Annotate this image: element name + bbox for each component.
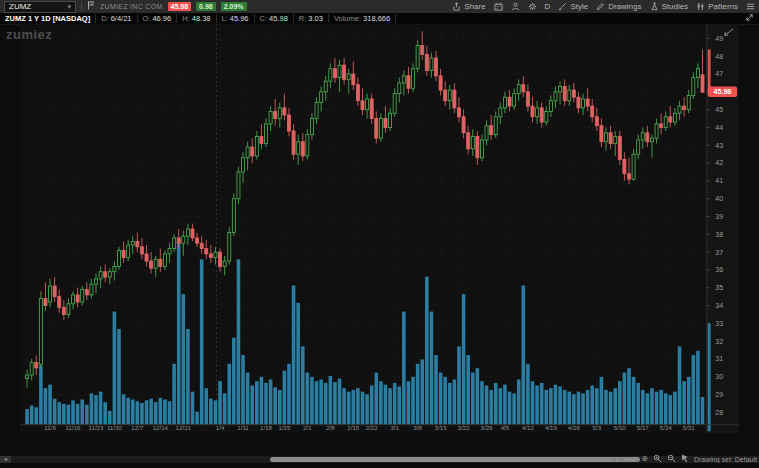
gear-icon[interactable]	[528, 2, 537, 11]
svg-text:5/10: 5/10	[614, 424, 627, 431]
svg-text:45: 45	[715, 106, 723, 114]
info-field: D:6/4/21	[96, 14, 137, 23]
svg-text:5/3: 5/3	[593, 424, 602, 431]
svg-text:28: 28	[715, 409, 723, 417]
svg-text:44: 44	[715, 124, 723, 132]
change-pct-badge: 2.09%	[221, 2, 247, 11]
svg-text:35: 35	[715, 284, 723, 292]
reset-view-icon[interactable]: ⊕	[641, 455, 648, 463]
volume-range-bar	[708, 323, 711, 431]
patterns-label: Patterns	[708, 2, 738, 11]
svg-text:12/21: 12/21	[176, 424, 192, 431]
ohlc-fields: D:6/4/21O:46.96H:48.38L:45.96C:45.98R:3.…	[96, 14, 396, 23]
svg-text:3/1: 3/1	[390, 424, 399, 431]
svg-text:45.98: 45.98	[714, 88, 732, 96]
patterns-button[interactable]: Patterns	[696, 2, 738, 11]
svg-text:3/15: 3/15	[435, 424, 448, 431]
info-field: C:45.98	[255, 14, 294, 23]
svg-text:30: 30	[715, 373, 723, 381]
drawings-label: Drawings	[608, 2, 641, 11]
studies-label: Studies	[662, 2, 689, 11]
svg-text:3/22: 3/22	[458, 424, 471, 431]
day-range-bar	[708, 49, 711, 92]
divider	[81, 2, 82, 11]
svg-text:31: 31	[715, 355, 723, 363]
flag-icon[interactable]	[87, 1, 95, 12]
svg-text:1/25: 1/25	[278, 424, 291, 431]
svg-text:5/31: 5/31	[683, 424, 696, 431]
info-field: H:48.38	[177, 14, 216, 23]
svg-text:32: 32	[715, 338, 723, 346]
svg-text:1/11: 1/11	[237, 424, 249, 431]
symbol-tab-label: ZUMZ	[9, 2, 31, 11]
chevron-down-icon: ▾	[67, 3, 71, 10]
calendar-icon[interactable]	[494, 2, 503, 11]
symbol-tab[interactable]: ZUMZ ▾	[4, 1, 76, 13]
horizontal-fit-icon[interactable]: ↔	[628, 455, 636, 463]
share-label: Share	[464, 2, 485, 11]
svg-text:4/12: 4/12	[522, 424, 535, 431]
info-field: O:46.96	[138, 14, 178, 23]
info-field: R:3.03	[294, 14, 329, 23]
style-label: Style	[570, 2, 588, 11]
svg-text:12/7: 12/7	[131, 424, 144, 431]
svg-text:1/4: 1/4	[216, 424, 225, 431]
svg-text:4/26: 4/26	[568, 424, 581, 431]
svg-text:42: 42	[715, 159, 723, 167]
company-name: ZUMIEZ INC COM	[100, 3, 163, 10]
svg-text:3/8: 3/8	[413, 424, 422, 431]
pan-left-icon[interactable]: ◂	[612, 456, 615, 462]
charting-app: ZUMZ ▾ ZUMIEZ INC COM 45.98 0.98 2.09% S…	[0, 0, 759, 468]
studies-button[interactable]: Studies	[650, 2, 689, 11]
toolbar-right: Share D Style Drawings	[452, 2, 755, 11]
svg-text:48: 48	[715, 53, 723, 61]
svg-text:5/17: 5/17	[637, 424, 650, 431]
price-axis-label: 45.98	[708, 87, 737, 97]
chart-scrollbar[interactable]: ◂ ◂ ▸ ↔ ⊕ Drawing set: Default	[0, 456, 759, 463]
period-selector[interactable]: D	[545, 2, 551, 11]
svg-text:11/9: 11/9	[44, 424, 56, 431]
scroll-left-button[interactable]: ◂	[0, 456, 11, 463]
svg-text:5/24: 5/24	[660, 424, 673, 431]
svg-text:43: 43	[715, 142, 723, 150]
svg-text:1/18: 1/18	[260, 424, 273, 431]
pan-right-icon[interactable]: ▸	[620, 456, 623, 462]
change-badge: 0.98	[196, 2, 216, 11]
svg-text:38: 38	[715, 231, 723, 239]
svg-text:49: 49	[715, 35, 723, 43]
panel-list-icon[interactable]	[746, 2, 755, 11]
period-label: D	[545, 2, 551, 11]
svg-text:11/23: 11/23	[89, 424, 104, 431]
user-icon[interactable]	[511, 2, 520, 11]
chart-title: ZUMZ 1 Y 1D [NASDAQ]	[3, 14, 96, 23]
scrollbar-thumb[interactable]	[270, 457, 640, 462]
drawing-set-label: Drawing set: Default	[694, 456, 757, 463]
svg-text:4/5: 4/5	[501, 424, 510, 431]
svg-text:50: 50	[715, 24, 723, 25]
svg-text:47: 47	[715, 70, 723, 78]
svg-text:29: 29	[715, 391, 723, 399]
svg-text:41: 41	[715, 177, 723, 185]
info-field: L:45.96	[217, 14, 255, 23]
svg-text:11/16: 11/16	[66, 424, 81, 431]
svg-text:2/1: 2/1	[303, 424, 312, 431]
share-button[interactable]: Share	[452, 2, 485, 11]
svg-text:4/19: 4/19	[545, 424, 558, 431]
bottom-strip	[0, 463, 759, 468]
svg-text:33: 33	[715, 320, 723, 328]
svg-text:36: 36	[715, 266, 723, 274]
style-button[interactable]: Style	[558, 2, 588, 11]
svg-text:34: 34	[715, 302, 723, 310]
drawings-button[interactable]: Drawings	[596, 2, 641, 11]
info-field: Volume:318,666	[329, 14, 396, 23]
svg-text:2/22: 2/22	[366, 424, 379, 431]
svg-text:12/14: 12/14	[153, 424, 169, 431]
expand-icon[interactable]	[745, 13, 754, 24]
svg-text:2/8: 2/8	[326, 424, 335, 431]
top-toolbar: ZUMZ ▾ ZUMIEZ INC COM 45.98 0.98 2.09% S…	[0, 0, 759, 14]
svg-text:2/15: 2/15	[347, 424, 360, 431]
svg-text:40: 40	[715, 195, 723, 203]
svg-text:11/30: 11/30	[107, 424, 122, 431]
svg-text:37: 37	[715, 249, 723, 257]
candlestick-chart[interactable]: 5049484746454443424140393837363534333231…	[0, 24, 759, 456]
